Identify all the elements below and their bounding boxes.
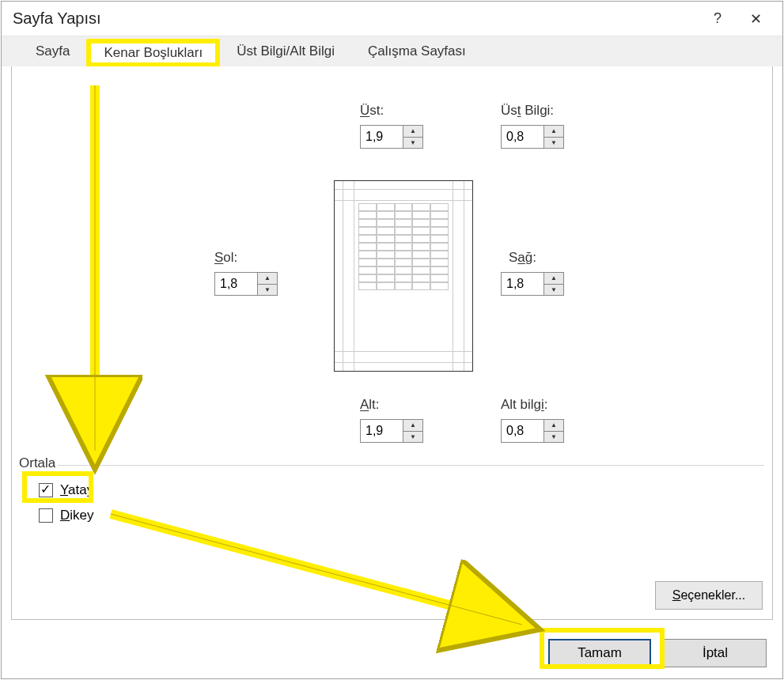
checkbox-vertical-row[interactable]: Dikey bbox=[36, 506, 94, 525]
ok-button[interactable]: Tamam bbox=[548, 639, 651, 667]
spin-up-icon[interactable]: ▲ bbox=[403, 126, 422, 138]
tab-header-footer[interactable]: Üst Bilgi/Alt Bilgi bbox=[220, 36, 351, 66]
help-button[interactable]: ? bbox=[699, 4, 737, 34]
tabstrip: Sayfa Kenar Boşlukları Üst Bilgi/Alt Bil… bbox=[2, 36, 782, 66]
spinner-bottom[interactable]: ▲ ▼ bbox=[360, 419, 426, 443]
page-setup-dialog: Sayfa Yapısı ? ✕ Sayfa Kenar Boşlukları … bbox=[1, 1, 783, 679]
spin-down-icon[interactable]: ▼ bbox=[544, 138, 563, 149]
spinner-top[interactable]: ▲ ▼ bbox=[360, 125, 426, 149]
options-button[interactable]: Seçenekler... bbox=[655, 581, 763, 610]
spin-up-icon[interactable]: ▲ bbox=[544, 273, 563, 285]
titlebar: Sayfa Yapısı ? ✕ bbox=[2, 2, 782, 36]
spinner-header[interactable]: ▲ ▼ bbox=[501, 125, 567, 149]
spin-up-icon[interactable]: ▲ bbox=[403, 420, 422, 432]
spinner-footer[interactable]: ▲ ▼ bbox=[501, 419, 567, 443]
label-center-group: Ortala bbox=[17, 455, 58, 471]
dialog-buttons: Tamam İptal bbox=[548, 639, 767, 667]
checkbox-horizontal-row[interactable]: Yatay bbox=[36, 481, 93, 500]
input-header[interactable] bbox=[501, 125, 543, 149]
checkbox-vertical[interactable] bbox=[39, 508, 53, 523]
margins-panel: Üst: ▲ ▼ Üst Bilgi: ▲ ▼ Sol: ▲ ▼ S bbox=[11, 66, 773, 620]
close-button[interactable]: ✕ bbox=[737, 4, 775, 34]
spin-up-icon[interactable]: ▲ bbox=[258, 273, 277, 285]
spinner-left[interactable]: ▲ ▼ bbox=[214, 272, 281, 296]
tab-page[interactable]: Sayfa bbox=[19, 36, 86, 66]
dialog-title: Sayfa Yapısı bbox=[13, 9, 699, 28]
page-preview bbox=[334, 180, 473, 372]
center-divider bbox=[58, 465, 764, 466]
spin-down-icon[interactable]: ▼ bbox=[403, 138, 422, 149]
label-bottom: Alt: bbox=[360, 397, 380, 413]
checkbox-horizontal[interactable] bbox=[39, 483, 53, 497]
checkbox-horizontal-label: Yatay bbox=[60, 482, 93, 498]
input-bottom[interactable] bbox=[360, 419, 403, 443]
label-header: Üst Bilgi: bbox=[501, 103, 554, 119]
spin-up-icon[interactable]: ▲ bbox=[544, 126, 563, 138]
label-left: Sol: bbox=[214, 250, 237, 266]
input-footer[interactable] bbox=[501, 419, 543, 443]
spin-down-icon[interactable]: ▼ bbox=[258, 285, 277, 296]
checkbox-vertical-label: Dikey bbox=[60, 508, 94, 523]
input-right[interactable] bbox=[501, 272, 543, 296]
spin-down-icon[interactable]: ▼ bbox=[544, 285, 563, 296]
spinner-right[interactable]: ▲ ▼ bbox=[501, 272, 567, 296]
spin-down-icon[interactable]: ▼ bbox=[403, 432, 422, 443]
cancel-button[interactable]: İptal bbox=[664, 639, 767, 667]
tab-margins[interactable]: Kenar Boşlukları bbox=[86, 39, 220, 67]
label-top: Üst: bbox=[360, 103, 384, 119]
label-footer: Alt bilgi: bbox=[501, 397, 548, 413]
input-left[interactable] bbox=[214, 272, 257, 296]
label-right: Sağ: bbox=[509, 250, 536, 266]
tab-sheet[interactable]: Çalışma Sayfası bbox=[351, 36, 483, 66]
input-top[interactable] bbox=[360, 125, 403, 149]
spin-down-icon[interactable]: ▼ bbox=[544, 432, 563, 443]
spin-up-icon[interactable]: ▲ bbox=[544, 420, 563, 432]
